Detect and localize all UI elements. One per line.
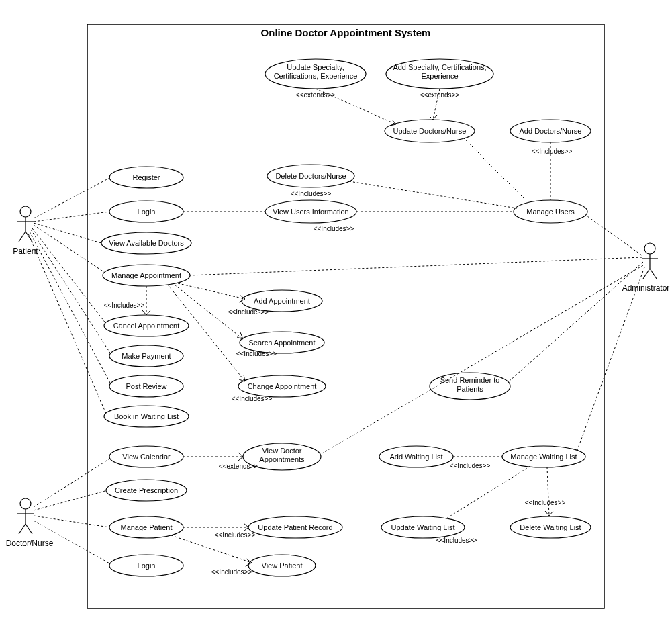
uc-update-spec-l2: Certifications, Experience <box>274 72 358 80</box>
uc-add-spec-l2: Experience <box>421 72 458 80</box>
assoc-doctor-managepatient <box>34 516 109 527</box>
uc-delete-dn-label: Delete Doctors/Nurse <box>275 172 346 180</box>
uc-add-spec-l1: Add Specialty, Certifications, <box>393 63 486 71</box>
uc-manage-users-label: Manage Users <box>526 208 575 216</box>
assoc-patient-login <box>34 212 109 222</box>
rel-managewait-deletewait <box>547 467 549 516</box>
svg-point-0 <box>20 206 31 217</box>
uc-delete-wait-label: Delete Waiting List <box>520 523 581 531</box>
st-inc-updatewait: <<Includes>> <box>436 537 477 544</box>
rel-updatedn-manageusers <box>463 138 527 201</box>
assoc-admin-viewdocappt <box>321 265 643 454</box>
svg-line-4 <box>26 232 32 242</box>
rel-manageappt-change <box>168 285 245 381</box>
assoc-admin-manageappt <box>190 257 642 275</box>
st-inc-cancel: <<Includes>> <box>104 302 145 309</box>
uc-view-doc-appt-l1: View Doctor <box>262 447 301 455</box>
uc-add-wait-label: Add Waiting List <box>389 453 442 461</box>
uc-send-rem-l2: Patients <box>457 385 483 393</box>
actor-patient: Patient <box>13 206 38 256</box>
uc-view-doc-appt-l2: Appointments <box>259 455 305 463</box>
actor-admin-label: Administrator <box>622 283 670 293</box>
st-inc-viewpatient: <<Includes>> <box>211 568 252 576</box>
uc-book-wait-label: Book in Waiting List <box>114 412 179 420</box>
uc-login2-label: Login <box>138 561 156 570</box>
diagram-title: Online Doctor Appointment System <box>261 27 431 38</box>
st-inc-search: <<Includes>> <box>236 350 277 357</box>
st-inc-viewusers: <<Includes>> <box>314 225 354 232</box>
uc-send-rem-l1: Send Reminder to <box>440 376 500 384</box>
uc-login1-label: Login <box>138 208 156 216</box>
st-inc-adddn: <<Includes>> <box>532 148 573 155</box>
uc-change-appt-label: Change Appointment <box>248 382 317 390</box>
st-ext-1: <<extends>> <box>296 91 336 99</box>
svg-point-10 <box>644 243 655 254</box>
uc-add-appt-label: Add Appointment <box>254 297 310 305</box>
uc-view-cal-label: View Calendar <box>122 453 171 461</box>
assoc-patient-manageappt <box>34 225 104 272</box>
svg-line-14 <box>650 269 657 279</box>
uc-manage-appt-label: Manage Appointment <box>111 271 181 279</box>
uc-make-pay-label: Make Payment <box>122 352 171 360</box>
svg-line-9 <box>26 524 32 534</box>
assoc-admin-manageusers <box>587 216 642 255</box>
svg-line-3 <box>19 232 26 242</box>
uc-update-dn-label: Update Doctors/Nurse <box>393 127 467 135</box>
uc-search-appt-label: Search Appointment <box>248 338 315 347</box>
uc-manage-wait-label: Manage Waiting List <box>510 453 577 461</box>
uc-update-wait-label: Update Waiting List <box>391 523 455 531</box>
uc-update-spec-l1: Update Specialty, <box>287 63 344 71</box>
st-inc-updaterec: <<Includes>> <box>215 531 256 539</box>
rel-manageappt-addappt <box>178 283 245 299</box>
st-inc-addwait: <<Includes>> <box>450 462 491 469</box>
assoc-admin-managewait <box>577 267 644 450</box>
uc-add-dn-label: Add Doctors/Nurse <box>520 127 582 135</box>
st-inc-change: <<Includes>> <box>232 395 273 402</box>
st-inc-deletedn: <<Includes>> <box>291 190 332 197</box>
assoc-doctor-viewcal <box>34 458 111 507</box>
rel-updatewait-managewait <box>446 466 530 518</box>
assoc-patient-viewavail <box>34 223 101 243</box>
assoc-patient-cancel <box>32 228 106 324</box>
uc-manage-patient-label: Manage Patient <box>120 523 172 531</box>
assoc-patient-pay <box>31 230 111 354</box>
uc-view-patient-label: View Patient <box>262 561 303 570</box>
st-inc-addappt: <<Includes>> <box>228 308 269 316</box>
uc-view-users-label: View Users Information <box>273 208 349 216</box>
st-inc-deletewait: <<Includes>> <box>525 499 566 506</box>
assoc-admin-sendrem <box>509 262 643 381</box>
svg-point-5 <box>20 498 31 509</box>
assoc-patient-register <box>34 177 111 218</box>
actor-doctor-label: Doctor/Nurse <box>6 539 54 548</box>
actor-patient-label: Patient <box>13 246 38 256</box>
actor-doctor: Doctor/Nurse <box>6 498 54 548</box>
uc-cancel-appt-label: Cancel Appointment <box>113 322 179 330</box>
uc-post-review-label: Post Review <box>126 382 166 390</box>
st-ext-2: <<extends>> <box>420 91 460 99</box>
assoc-patient-review <box>30 232 111 384</box>
svg-line-8 <box>19 524 26 534</box>
actor-admin: Administrator <box>622 243 670 293</box>
uc-register-label: Register <box>133 173 160 181</box>
assoc-patient-bookwait <box>28 234 106 414</box>
uc-update-prec-label: Update Patient Record <box>258 523 332 531</box>
rel-managepatient-viewpatient <box>171 535 252 563</box>
rel-deletedn-manageusers <box>349 181 517 208</box>
uc-view-avail-label: View Available Doctors <box>109 239 184 247</box>
uc-create-rx-label: Create Prescription <box>115 486 178 494</box>
svg-line-13 <box>643 269 650 279</box>
st-ext-viewcal: <<extends>> <box>219 463 258 470</box>
